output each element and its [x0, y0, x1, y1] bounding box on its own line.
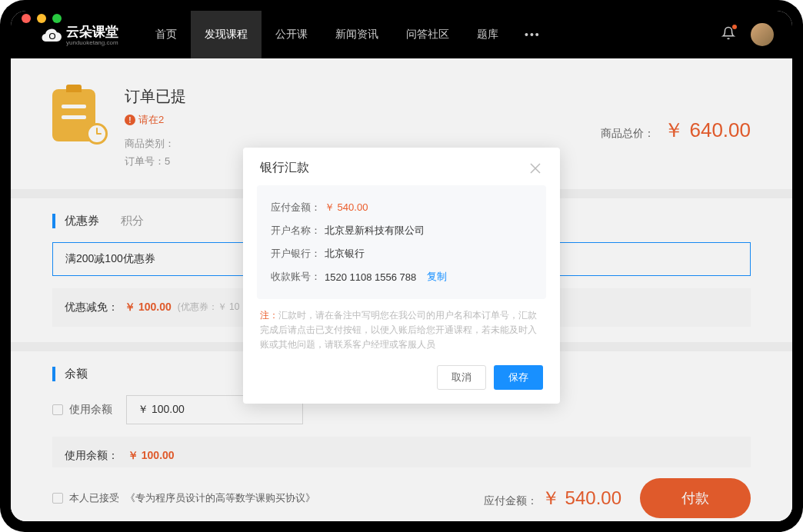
minimize-window-icon[interactable]: [37, 14, 46, 23]
cloud-logo-icon: [42, 26, 62, 43]
notification-dot-icon: [732, 25, 737, 29]
nav-item-1[interactable]: 发现课程: [191, 11, 262, 58]
nav-item-5[interactable]: 题库: [463, 11, 512, 58]
modal-overlay: 银行汇款 应付金额： ￥ 540.00 开户名称： 北京昱新科技有限公司: [11, 58, 792, 521]
bank-transfer-modal: 银行汇款 应付金额： ￥ 540.00 开户名称： 北京昱新科技有限公司: [243, 148, 560, 404]
logo-subtitle: yunduoketang.com: [66, 39, 118, 46]
nav-item-0[interactable]: 首页: [142, 11, 191, 58]
modal-account-name-value: 北京昱新科技有限公司: [325, 224, 425, 238]
logo[interactable]: 云朵课堂 yunduoketang.com: [42, 23, 118, 46]
top-navigation: 云朵课堂 yunduoketang.com 首页发现课程公开课新闻资讯问答社区题…: [11, 11, 792, 58]
close-icon[interactable]: [528, 161, 543, 176]
nav-item-2[interactable]: 公开课: [262, 11, 322, 58]
maximize-window-icon[interactable]: [52, 14, 62, 23]
modal-account-num-label: 收款账号：: [271, 270, 325, 284]
nav-more-icon[interactable]: •••: [512, 28, 553, 41]
user-avatar[interactable]: [751, 23, 774, 46]
nav-item-3[interactable]: 新闻资讯: [322, 11, 392, 58]
modal-account-num-value: 1520 1108 1556 788: [325, 271, 416, 283]
logo-text: 云朵课堂: [66, 23, 118, 41]
close-window-icon[interactable]: [22, 14, 31, 23]
modal-title: 银行汇款: [260, 160, 309, 176]
modal-amount-label: 应付金额：: [271, 201, 325, 214]
window-controls: [22, 14, 62, 23]
modal-account-name-label: 开户名称：: [271, 224, 325, 238]
cancel-button[interactable]: 取消: [437, 365, 486, 390]
modal-amount-value: ￥ 540.00: [325, 201, 368, 214]
save-button[interactable]: 保存: [494, 365, 543, 390]
modal-bank-value: 北京银行: [325, 247, 365, 261]
notification-bell-icon[interactable]: [721, 26, 735, 43]
modal-note: 注：汇款时，请在备注中写明您在我公司的用户名和本订单号，汇款完成后请点击已支付按…: [243, 299, 560, 353]
copy-link[interactable]: 复制: [427, 270, 447, 284]
modal-bank-label: 开户银行：: [271, 247, 325, 261]
nav-item-4[interactable]: 问答社区: [392, 11, 463, 58]
